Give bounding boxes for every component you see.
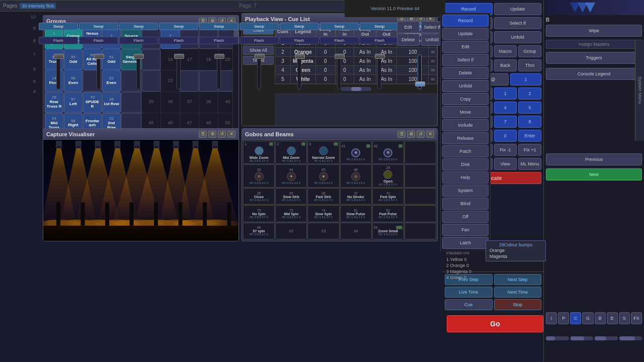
visualiser-lock-btn[interactable]: ↺ [218, 131, 226, 138]
fader-4[interactable] [159, 52, 198, 117]
num-7[interactable]: 7 [494, 116, 517, 128]
fader-8[interactable] [320, 52, 359, 117]
swop-btn-7[interactable]: Swop [280, 23, 319, 30]
unfold-btn-main[interactable]: Unfold [494, 31, 542, 43]
num-5[interactable]: 5 [518, 102, 541, 114]
num-4[interactable]: 4 [494, 102, 517, 114]
flash-btn-8[interactable]: Flash [320, 37, 359, 44]
flash-btn-2[interactable]: Flash [79, 37, 118, 44]
record-side[interactable]: Record [442, 15, 489, 27]
thro-btn[interactable]: Thro [518, 59, 541, 71]
slider-4[interactable] [619, 336, 642, 340]
update-side[interactable]: Update [442, 28, 489, 40]
gobo-44[interactable]: 44 ✦ IPC G B E S F X [275, 164, 307, 188]
gobo-no-strobe[interactable]: 37 No Strobe IPC G B E S F X [340, 188, 372, 205]
cue-btn[interactable]: Cue [445, 299, 493, 310]
key-c[interactable]: C [570, 312, 581, 324]
select-if-side[interactable]: Select If [442, 54, 489, 66]
gobos-lock-btn[interactable]: ↺ [417, 131, 425, 138]
slider-1[interactable] [546, 336, 569, 340]
num-1[interactable]: 1 [510, 73, 541, 85]
swop-btn-8[interactable]: Swop [320, 23, 359, 30]
unfold-side[interactable]: Unfold [442, 80, 489, 92]
release-side[interactable]: Release [442, 132, 489, 144]
stop-btn[interactable]: Stop [494, 299, 542, 310]
back-btn[interactable]: Back [494, 59, 517, 71]
delete-side[interactable]: Delete [442, 67, 489, 79]
view-btn[interactable]: View [494, 158, 517, 170]
key-b[interactable]: B [595, 312, 606, 324]
gobo-45[interactable]: 45 ⊗ IPC G B E S F X [307, 164, 339, 188]
copy-side[interactable]: Copy [442, 93, 489, 105]
fix-plus-btn[interactable]: Fix +1 [518, 144, 541, 156]
flash-btn-9[interactable]: Flash [360, 37, 399, 44]
latch-side[interactable]: Latch [442, 237, 489, 249]
num-2-b[interactable]: 2 [518, 87, 541, 100]
gobo-41[interactable]: 41S ⊕ IPC G B E S F X [340, 141, 372, 164]
flash-btn-1[interactable]: Flash [39, 37, 78, 44]
flash-btn-4[interactable]: Flash [159, 37, 198, 44]
gobo-slow-pulse[interactable]: 51 Slow Pulse IPC G B E S F X [340, 205, 372, 222]
edit-btn[interactable]: Edit [397, 21, 420, 33]
key-i[interactable]: I [546, 312, 557, 324]
fader-1[interactable] [39, 52, 78, 117]
key-fx[interactable]: FX [631, 312, 642, 324]
gobos-settings-btn[interactable]: ⚙ [407, 131, 415, 138]
off-side[interactable]: Off [442, 211, 489, 223]
flash-btn-3[interactable]: Flash [119, 37, 158, 44]
delete-btn[interactable]: Delete [397, 34, 420, 46]
system-side[interactable]: System [442, 185, 489, 197]
gobo-slow-strb[interactable]: 35 Slow Strb IPC G B E S F X [275, 188, 307, 205]
select-if-btn-main[interactable]: Select If [494, 17, 542, 29]
gobo-46[interactable]: 46 ◎ IPC G B E S F X [340, 164, 372, 188]
slider-3[interactable] [595, 336, 618, 340]
fader-5[interactable] [199, 52, 238, 117]
fix-minus-btn[interactable]: Fix -1 [494, 144, 517, 156]
gobo-fast-strb[interactable]: 36 Fast Strb IPC G B E S F X [307, 188, 339, 205]
key-p[interactable]: P [558, 312, 569, 324]
swop-btn-2[interactable]: Swop [79, 23, 118, 30]
visualiser-menu-btn[interactable]: ☰ [199, 131, 207, 138]
key-e[interactable]: E [607, 312, 618, 324]
enter-btn[interactable]: Enter [518, 130, 541, 142]
gobo-zoom-small[interactable]: 53GS Zoom Small IPC G B E S F X [372, 223, 404, 239]
visualiser-settings-btn[interactable]: ⚙ [208, 131, 216, 138]
ml-menu-btn[interactable]: ML Menu [518, 158, 541, 170]
fader-2[interactable] [79, 52, 118, 117]
gobo-narrow-zoom[interactable]: 3S Narrow Zoom IPC G B E S F X [307, 141, 339, 164]
gobo-slow-spin[interactable]: 74 Slow Spin IPC G B E S F X [307, 205, 339, 222]
num-1-b[interactable]: 1 [494, 87, 517, 100]
include-side[interactable]: Include [442, 119, 489, 131]
num-8[interactable]: 8 [518, 116, 541, 128]
next-btn[interactable]: Next [546, 168, 642, 180]
key-g[interactable]: G [582, 312, 593, 324]
gobo-wide-zoom[interactable]: 1S Wide Zoom IPC G B E S F X [243, 141, 275, 164]
flash-btn-7[interactable]: Flash [280, 37, 319, 44]
fader-9[interactable] [360, 52, 399, 117]
swop-btn-4[interactable]: Swop [159, 23, 198, 30]
patch-side[interactable]: Patch [442, 145, 489, 157]
visualiser-close-btn[interactable]: ✕ [227, 131, 235, 138]
flash-btn-6[interactable]: Flash [239, 37, 279, 44]
gobo-no-spin[interactable]: 75 No Spin IPC G B E S F X [243, 205, 275, 222]
gobo-open[interactable]: 24 Open IPC G B E S F X [372, 164, 404, 188]
console-legend-btn[interactable]: Console Legend [546, 68, 642, 80]
gobo-mid-zoom[interactable]: 2S Mid Zoom IPC G B E S F X [275, 141, 307, 164]
gobo-fast-spin[interactable]: 72 Fast Spin IPC G B E S F X [372, 188, 404, 205]
swop-btn-3[interactable]: Swop [119, 23, 158, 30]
gobo-mid-spin[interactable]: 73 Mid Spin IPC G B E S F X [275, 205, 307, 222]
group-btn[interactable]: Group [518, 45, 541, 57]
fader-3[interactable] [119, 52, 158, 117]
update-btn-main[interactable]: Update [494, 3, 542, 15]
swop-btn-6[interactable]: Swop [239, 23, 279, 30]
num-0[interactable]: 0 [494, 130, 517, 142]
key-s[interactable]: S [619, 312, 630, 324]
fader-7[interactable] [280, 52, 319, 117]
macro-btn[interactable]: Macro [494, 45, 517, 57]
fader-10[interactable] [400, 52, 439, 117]
gobo-close[interactable]: 25 Close IPC G B E S F X [243, 188, 275, 205]
gobos-close-btn[interactable]: ✕ [426, 131, 434, 138]
wipe-btn[interactable]: Wipe [546, 25, 642, 37]
swop-btn-9[interactable]: Swop [360, 23, 399, 30]
gobo-97spin[interactable]: 49 97 spin IPC G B E S F X [243, 223, 275, 239]
